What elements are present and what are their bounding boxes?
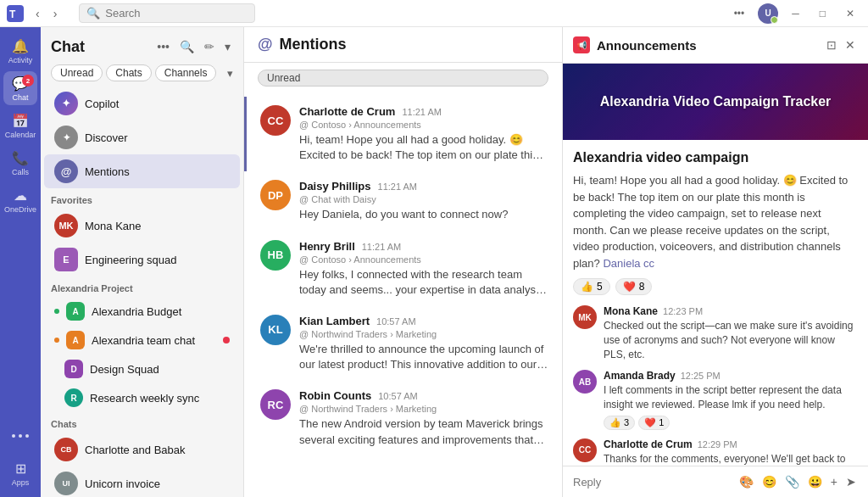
- filter-tab-unread[interactable]: Unread: [51, 64, 103, 81]
- announcements-popout-button[interactable]: ⊡: [824, 36, 839, 54]
- ann-post-title: Alexandria video campaign: [573, 150, 858, 165]
- maximize-button[interactable]: □: [813, 4, 832, 23]
- chat-compose-button[interactable]: ✏: [202, 37, 217, 56]
- msg-avatar: DP: [260, 180, 291, 210]
- sidebar-item-activity[interactable]: 🔔 Activity: [3, 34, 37, 68]
- chat-header-actions: ••• 🔍 ✏ ▾: [154, 37, 233, 56]
- add-button[interactable]: +: [829, 473, 839, 490]
- filter-tab-chats[interactable]: Chats: [106, 64, 151, 81]
- alex-budget-dot: [54, 309, 59, 314]
- research-avatar: R: [64, 388, 83, 407]
- chat-item-copilot[interactable]: ✦ Copilot: [44, 87, 240, 120]
- announcements-body: Alexandria video campaign Hi, team! Hope…: [563, 140, 868, 466]
- chat-item-alex-team[interactable]: A Alexandria team chat: [44, 326, 240, 355]
- reply-item: CC Charlotte de Crum 12:29 PM Thanks for…: [573, 438, 858, 466]
- reply-sender: Mona Kane: [604, 305, 658, 317]
- close-button[interactable]: ✕: [839, 4, 861, 23]
- chat-sidebar-title: Chat: [51, 38, 85, 56]
- emoji-face-button[interactable]: 😊: [760, 473, 778, 490]
- engineering-avatar: E: [54, 248, 78, 271]
- chat-search-button[interactable]: 🔍: [177, 37, 197, 56]
- reply-time: 12:23 PM: [663, 306, 703, 316]
- chats-section-label: Chats: [41, 412, 243, 433]
- reply-reaction-heart[interactable]: ❤️ 1: [638, 416, 670, 430]
- filter-chevron-icon[interactable]: ▾: [227, 67, 233, 80]
- chat-item-alex-budget[interactable]: A Alexandria Budget: [44, 297, 240, 326]
- msg-time: 11:21 AM: [362, 242, 401, 252]
- mentions-title: Mentions: [280, 36, 347, 53]
- reply-reaction-thumbs[interactable]: 👍 3: [604, 416, 635, 430]
- msg-sender: Henry Brill: [299, 240, 355, 253]
- search-icon: 🔍: [86, 7, 100, 20]
- design-avatar: D: [64, 360, 83, 378]
- alex-team-name: Alexandria team chat: [92, 334, 216, 347]
- message-item[interactable]: RC Robin Counts 10:57 AM @ Northwind Tra…: [244, 381, 562, 455]
- emoji-button[interactable]: 🎨: [737, 473, 755, 490]
- chat-item-research[interactable]: R Research weekly sync: [44, 383, 240, 412]
- chat-item-charlotte-babak[interactable]: CB Charlotte and Babak: [44, 433, 240, 466]
- announcements-close-button[interactable]: ✕: [843, 36, 858, 54]
- reaction-heart[interactable]: ❤️ 8: [615, 278, 653, 295]
- unread-pill[interactable]: Unread: [258, 70, 548, 87]
- chat-badge: 2: [22, 75, 34, 87]
- forward-button[interactable]: ›: [48, 5, 63, 22]
- reaction-thumbs-up[interactable]: 👍 5: [573, 278, 610, 295]
- sidebar-item-calendar[interactable]: 📅 Calendar: [3, 109, 37, 142]
- chat-item-mentions[interactable]: @ Mentions: [44, 154, 240, 188]
- sidebar-item-more[interactable]: [3, 419, 37, 453]
- mona-name: Mona Kane: [85, 220, 230, 232]
- search-input[interactable]: [105, 7, 248, 20]
- chat-item-mona[interactable]: MK Mona Kane: [44, 209, 240, 243]
- sidebar-item-onedrive[interactable]: ☁ OneDrive: [3, 183, 37, 217]
- reply-thread: MK Mona Kane 12:23 PM Checked out the sc…: [573, 305, 858, 466]
- chat-expand-button[interactable]: ▾: [222, 37, 233, 56]
- sidebar-item-apps[interactable]: ⊞ Apps: [3, 456, 37, 490]
- chat-item-unicorn[interactable]: UI Unicorn invoice: [44, 466, 240, 497]
- more-button[interactable]: •••: [727, 4, 752, 23]
- mention-daniela: Daniela cc: [603, 257, 654, 270]
- copilot-name: Copilot: [85, 98, 230, 110]
- msg-content: Kian Lambert 10:57 AM @ Northwind Trader…: [299, 315, 548, 372]
- gif-button[interactable]: 📎: [783, 473, 801, 490]
- message-item[interactable]: DP Daisy Phillips 11:21 AM @ Chat with D…: [244, 171, 562, 231]
- thumbs-emoji: 👍: [609, 417, 621, 428]
- chat-more-button[interactable]: •••: [154, 37, 172, 56]
- minimize-button[interactable]: ─: [785, 4, 806, 23]
- sidebar-item-chat[interactable]: 💬 Chat 2: [3, 71, 37, 105]
- filter-tab-channels[interactable]: Channels: [155, 64, 217, 81]
- chat-label: Chat: [12, 93, 28, 102]
- calendar-icon: 📅: [12, 113, 29, 129]
- apps-icon: ⊞: [15, 461, 26, 477]
- chat-item-discover[interactable]: ✦ Discover: [44, 120, 240, 154]
- app-body: 🔔 Activity 💬 Chat 2 📅 Calendar 📞 Calls ☁…: [0, 27, 868, 497]
- msg-avatar: CC: [260, 105, 291, 136]
- msg-header: Henry Brill 11:21 AM: [299, 240, 548, 253]
- calendar-label: Calendar: [5, 131, 36, 139]
- back-button[interactable]: ‹: [31, 5, 45, 22]
- title-bar-left: T ‹ › 🔍: [7, 3, 265, 23]
- onedrive-label: OneDrive: [4, 205, 36, 214]
- msg-avatar: KL: [260, 315, 291, 345]
- reply-input[interactable]: [573, 476, 737, 489]
- ann-post-text: Hi, team! Hope you all had a good holida…: [573, 172, 858, 271]
- message-item[interactable]: HB Henry Brill 11:21 AM @ Contoso › Anno…: [244, 232, 562, 306]
- message-item[interactable]: CC Charlotte de Crum 11:21 AM @ Contoso …: [244, 97, 562, 171]
- mentions-message-list: CC Charlotte de Crum 11:21 AM @ Contoso …: [244, 93, 562, 497]
- sticker-button[interactable]: 😀: [806, 473, 824, 490]
- send-button[interactable]: ➤: [844, 473, 858, 490]
- sidebar-item-calls[interactable]: 📞 Calls: [3, 146, 37, 180]
- msg-content: Daisy Phillips 11:21 AM @ Chat with Dais…: [299, 180, 548, 222]
- icon-sidebar: 🔔 Activity 💬 Chat 2 📅 Calendar 📞 Calls ☁…: [0, 27, 41, 497]
- msg-channel: @ Northwind Traders › Marketing: [299, 329, 548, 339]
- reply-text: Thanks for the comments, everyone! We'll…: [604, 452, 858, 466]
- reply-actions: 🎨 😊 📎 😀 + ➤: [737, 473, 858, 490]
- chat-item-engineering[interactable]: E Engineering squad: [44, 243, 240, 276]
- activity-label: Activity: [8, 56, 33, 64]
- mentions-header: @ Mentions: [244, 27, 562, 63]
- reply-header: Charlotte de Crum 12:29 PM: [604, 438, 858, 450]
- chat-list: ✦ Copilot ✦ Discover @ Mentions Favorite…: [41, 87, 243, 497]
- message-item[interactable]: KL Kian Lambert 10:57 AM @ Northwind Tra…: [244, 306, 562, 381]
- user-avatar[interactable]: U: [758, 3, 778, 24]
- chat-item-design[interactable]: D Design Squad: [44, 355, 240, 383]
- at-icon: @: [258, 36, 273, 53]
